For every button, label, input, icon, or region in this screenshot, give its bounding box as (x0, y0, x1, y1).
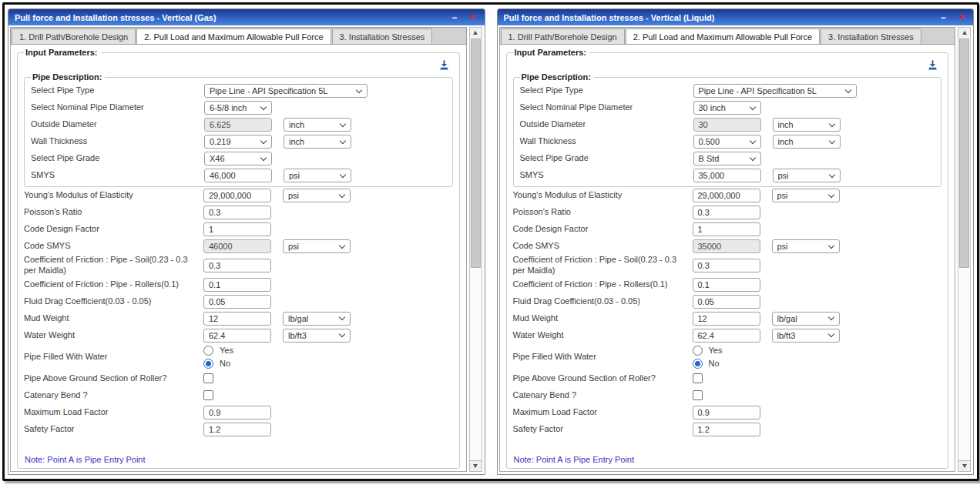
tab-pull-load-and-maximum-allowable-pull-force[interactable]: 2. Pull Load and Maximum Allowable Pull … (626, 28, 820, 44)
vertical-scrollbar[interactable] (469, 27, 482, 472)
field-controls: 35000psi (693, 239, 840, 253)
note-text: Note: Point A is Pipe Entry Point (24, 451, 453, 466)
no-radio-option[interactable]: No (693, 359, 723, 369)
yes-radio-option[interactable]: Yes (203, 346, 233, 356)
smys-unit-select[interactable]: psi (773, 169, 841, 182)
tab-installation-stresses[interactable]: 3. Installation Stresses (332, 28, 433, 44)
field-row: Young's Modulus of Elasticity29,000,000p… (513, 187, 942, 204)
safety-factor-input[interactable]: 1.2 (693, 423, 760, 436)
select-pipe-grade-select[interactable]: B Std (693, 152, 761, 165)
close-button[interactable]: ✕ (958, 13, 965, 22)
mud-weight-unit-select[interactable]: lb/gal (772, 312, 840, 326)
download-icon[interactable] (438, 59, 450, 71)
fluid-drag-coefficient-0-03-0-05-input[interactable]: 0.05 (203, 295, 271, 309)
young-s-modulus-of-elasticity-input[interactable]: 29,000,000 (693, 189, 760, 202)
outside-diameter-input[interactable]: 30 (693, 118, 761, 132)
scroll-up-button[interactable] (958, 27, 971, 38)
field-controls: 29,000,000psi (203, 189, 351, 202)
minimize-button[interactable]: − (451, 13, 457, 22)
catenary-bend-checkbox[interactable] (203, 390, 213, 400)
select-nominal-pipe-diameter-select[interactable]: 6-5/8 inch (204, 101, 272, 115)
mud-weight-input[interactable]: 12 (203, 312, 271, 326)
field-row: Outside Diameter6.625inch (31, 116, 446, 133)
scrollbar-thumb[interactable] (959, 38, 969, 268)
vertical-scrollbar[interactable] (958, 27, 971, 472)
field-row: Select Pipe TypePipe Line - API Specific… (520, 82, 935, 99)
select-pipe-type-select-value: Pipe Line - API Specification 5L (699, 86, 846, 95)
outside-diameter-unit-select[interactable]: inch (773, 118, 841, 132)
smys-input[interactable]: 35,000 (693, 169, 761, 182)
select-pipe-grade-select[interactable]: X46 (204, 152, 272, 165)
pipe-description-rows: Select Pipe TypePipe Line - API Specific… (520, 82, 935, 184)
poisson-s-ratio-input[interactable]: 0.3 (693, 206, 760, 219)
titlebar[interactable]: Pull force and Installation stresses - V… (498, 9, 974, 25)
code-design-factor-input[interactable]: 1 (693, 222, 760, 236)
coefficient-of-friction-pipe-rollers-0-1-input[interactable]: 0.1 (693, 278, 760, 292)
select-pipe-type-select[interactable]: Pipe Line - API Specification 5L (693, 84, 857, 98)
maximum-load-factor-input[interactable]: 0.9 (203, 406, 271, 419)
tab-installation-stresses[interactable]: 3. Installation Stresses (821, 28, 921, 44)
code-smys-unit-select[interactable]: psi (283, 239, 351, 253)
no-radio[interactable] (693, 359, 703, 369)
coefficient-of-friction-pipe-soil-0-23-0-3-per-maidla-input[interactable]: 0.3 (693, 259, 760, 272)
maximum-load-factor-input[interactable]: 0.9 (693, 406, 760, 419)
triangle-down-icon (962, 464, 967, 468)
tab-drill-path-borehole-design[interactable]: 1. Drill Path/Borehole Design (12, 28, 136, 44)
wall-thickness-select[interactable]: 0.219 (204, 135, 272, 149)
water-weight-unit-select[interactable]: lb/ft3 (772, 329, 840, 343)
pipe-above-ground-section-of-roller-checkbox[interactable] (693, 373, 703, 383)
code-smys-unit-select[interactable]: psi (772, 239, 840, 253)
fluid-drag-coefficient-0-03-0-05-input[interactable]: 0.05 (693, 295, 760, 309)
note-text: Note: Point A is Pipe Entry Point (513, 451, 942, 466)
catenary-bend-checkbox[interactable] (693, 390, 703, 400)
code-smys-input[interactable]: 46000 (203, 239, 271, 253)
pipe-above-ground-section-of-roller-checkbox[interactable] (203, 373, 213, 383)
water-weight-input[interactable]: 62.4 (693, 329, 760, 343)
scroll-down-button[interactable] (469, 460, 482, 472)
outside-diameter-unit-select[interactable]: inch (284, 118, 351, 132)
safety-factor-input[interactable]: 1.2 (203, 423, 271, 436)
tab-pull-load-and-maximum-allowable-pull-force[interactable]: 2. Pull Load and Maximum Allowable Pull … (136, 28, 331, 44)
scroll-up-button[interactable] (469, 27, 482, 38)
no-radio[interactable] (203, 359, 213, 369)
young-s-modulus-of-elasticity-unit-select[interactable]: psi (772, 189, 840, 202)
wall-thickness-unit-select[interactable]: inch (773, 135, 841, 149)
minimize-button[interactable]: − (941, 13, 946, 22)
field-row: Wall Thickness0.500inch (520, 133, 935, 150)
close-button[interactable]: ✕ (469, 13, 476, 22)
wall-thickness-unit-select[interactable]: inch (284, 135, 351, 149)
download-icon[interactable] (927, 59, 938, 71)
select-pipe-type-select[interactable]: Pipe Line - API Specification 5L (204, 84, 368, 98)
water-weight-input[interactable]: 62.4 (203, 329, 271, 343)
poisson-s-ratio-input[interactable]: 0.3 (203, 206, 271, 219)
coefficient-of-friction-pipe-rollers-0-1-input[interactable]: 0.1 (203, 278, 271, 292)
code-design-factor-label: Code Design Factor (513, 224, 693, 235)
scrollbar-track[interactable] (470, 38, 482, 460)
outside-diameter-input[interactable]: 6.625 (204, 118, 272, 132)
yes-radio-option[interactable]: Yes (693, 346, 723, 356)
scrollbar-track[interactable] (958, 38, 970, 460)
code-smys-input[interactable]: 35000 (693, 239, 760, 253)
smys-unit-select[interactable]: psi (284, 169, 351, 182)
code-design-factor-input[interactable]: 1 (203, 222, 271, 236)
mud-weight-unit-select[interactable]: lb/gal (283, 312, 351, 326)
no-radio-option[interactable]: No (203, 359, 233, 369)
scroll-down-button[interactable] (958, 460, 971, 472)
tab-drill-path-borehole-design[interactable]: 1. Drill Path/Borehole Design (501, 28, 625, 44)
chevron-down-icon (260, 137, 267, 143)
titlebar[interactable]: Pull force and Installation stresses - V… (8, 9, 485, 25)
young-s-modulus-of-elasticity-input[interactable]: 29,000,000 (203, 189, 271, 202)
coefficient-of-friction-pipe-soil-0-23-0-3-per-maidla-input[interactable]: 0.3 (203, 259, 271, 272)
select-nominal-pipe-diameter-select[interactable]: 30 inch (693, 101, 761, 115)
wall-thickness-select[interactable]: 0.500 (693, 135, 761, 149)
code-smys-label: Code SMYS (513, 241, 693, 252)
mud-weight-input[interactable]: 12 (693, 312, 760, 326)
young-s-modulus-of-elasticity-unit-select[interactable]: psi (283, 189, 351, 202)
scrollbar-thumb[interactable] (471, 38, 481, 268)
smys-input[interactable]: 46,000 (204, 169, 272, 182)
field-controls: 6-5/8 inch (204, 101, 272, 115)
yes-radio[interactable] (693, 346, 703, 356)
yes-radio[interactable] (203, 346, 213, 356)
smys-unit-select-value: psi (289, 171, 341, 180)
water-weight-unit-select[interactable]: lb/ft3 (283, 329, 351, 343)
